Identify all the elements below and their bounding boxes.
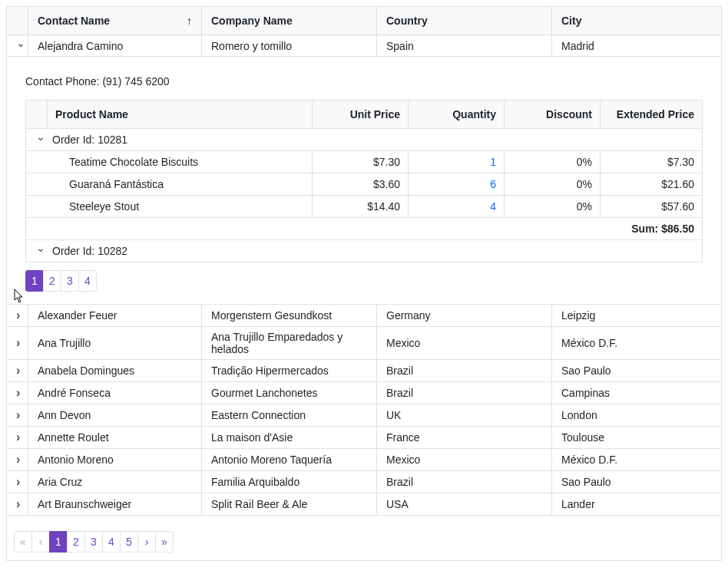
cell-city: Sao Paulo bbox=[552, 471, 721, 493]
cell-city: Lander bbox=[552, 493, 721, 515]
cell-city: México D.F. bbox=[552, 327, 721, 359]
cell-city: México D.F. bbox=[552, 449, 721, 470]
cell-contact: Ana Trujillo bbox=[28, 327, 202, 359]
cell-contact: Annette Roulet bbox=[28, 427, 202, 448]
cell-country: France bbox=[377, 427, 552, 448]
cell-price: $7.30 bbox=[313, 151, 409, 173]
pager-page-button[interactable]: 5 bbox=[120, 531, 138, 553]
inner-data-row: Steeleye Stout$14.4040%$57.60 bbox=[26, 195, 702, 217]
chevron-right-icon bbox=[16, 475, 20, 489]
cell-country: Brazil bbox=[377, 471, 552, 493]
grid-header: Contact Name ↑ Company Name Country City bbox=[7, 6, 721, 35]
cell-city: Toulouse bbox=[552, 427, 721, 448]
pager-last-button[interactable]: » bbox=[155, 531, 174, 553]
pager-page-button[interactable]: 2 bbox=[67, 531, 85, 553]
group-expand-cell[interactable] bbox=[26, 245, 48, 257]
inner-header-price[interactable]: Unit Price bbox=[313, 101, 409, 128]
header-country[interactable]: Country bbox=[377, 7, 552, 35]
outer-pager-wrap: «‹12345›» bbox=[7, 515, 721, 560]
chevron-right-icon bbox=[16, 386, 20, 400]
order-group-label: Order Id: 10282 bbox=[48, 245, 127, 257]
header-company[interactable]: Company Name bbox=[202, 7, 377, 35]
cell-city: Campinas bbox=[552, 382, 721, 404]
cell-company: Split Rail Beer & Ale bbox=[202, 493, 377, 515]
expand-cell[interactable] bbox=[7, 427, 28, 448]
cell-product: Guaraná Fantástica bbox=[48, 173, 313, 195]
cell-country: Germany bbox=[377, 305, 552, 326]
cell-ext: $21.60 bbox=[601, 173, 702, 195]
inner-header-disc[interactable]: Discount bbox=[505, 101, 601, 128]
cell-company: Morgenstern Gesundkost bbox=[202, 305, 377, 326]
chevron-right-icon bbox=[16, 430, 20, 444]
table-row: Ana TrujilloAna Trujillo Emparedados y h… bbox=[7, 326, 721, 359]
cell-company: Gourmet Lanchonetes bbox=[202, 382, 377, 404]
inner-grid: Product Name Unit Price Quantity Discoun… bbox=[25, 100, 703, 262]
cell-product: Teatime Chocolate Biscuits bbox=[48, 151, 313, 173]
chevron-right-icon bbox=[16, 364, 20, 378]
pager-page-button[interactable]: 4 bbox=[102, 531, 121, 553]
expand-cell[interactable] bbox=[7, 404, 28, 426]
header-city-label: City bbox=[561, 15, 581, 27]
cell-ext: $57.60 bbox=[601, 196, 702, 217]
group-expand-cell[interactable] bbox=[26, 134, 48, 146]
cell-country: UK bbox=[377, 404, 552, 426]
inner-data-row: Teatime Chocolate Biscuits$7.3010%$7.30 bbox=[26, 150, 702, 173]
chevron-down-icon bbox=[36, 134, 45, 146]
indent-cell bbox=[26, 151, 48, 173]
header-contact[interactable]: Contact Name ↑ bbox=[28, 7, 202, 35]
order-group-label: Order Id: 10281 bbox=[48, 134, 127, 146]
cell-contact: Anabela Domingues bbox=[28, 360, 202, 381]
pager-page-button[interactable]: 3 bbox=[84, 531, 103, 553]
inner-header-product[interactable]: Product Name bbox=[48, 101, 313, 128]
sort-ascending-icon: ↑ bbox=[187, 15, 192, 27]
inner-header-qty[interactable]: Quantity bbox=[409, 101, 505, 128]
expand-cell[interactable] bbox=[7, 493, 28, 515]
table-row: Antonio MorenoAntonio Moreno TaqueríaMex… bbox=[7, 448, 721, 470]
header-city[interactable]: City bbox=[552, 7, 721, 35]
chevron-right-icon bbox=[16, 308, 20, 322]
table-row-expanded: Alejandra Camino Romero y tomillo Spain … bbox=[7, 35, 721, 56]
expand-cell[interactable] bbox=[7, 382, 28, 404]
order-group-row[interactable]: Order Id: 10281 bbox=[26, 128, 702, 150]
inner-header-ext[interactable]: Extended Price bbox=[601, 101, 702, 128]
cell-product: Steeleye Stout bbox=[48, 196, 313, 217]
cell-qty: 1 bbox=[409, 151, 505, 173]
table-row: Alexander FeuerMorgenstern GesundkostGer… bbox=[7, 304, 721, 326]
main-grid: Contact Name ↑ Company Name Country City… bbox=[6, 6, 722, 561]
pager-page-button[interactable]: 4 bbox=[78, 270, 97, 292]
pager-page-button[interactable]: 3 bbox=[61, 270, 79, 292]
pager-first-button: « bbox=[14, 531, 32, 553]
table-row: Ann DevonEastern ConnectionUKLondon bbox=[7, 404, 721, 426]
cell-company: La maison d'Asie bbox=[202, 427, 377, 448]
pager-next-button[interactable]: › bbox=[137, 531, 156, 553]
header-country-label: Country bbox=[386, 15, 428, 27]
chevron-right-icon bbox=[16, 336, 20, 350]
cell-disc: 0% bbox=[505, 173, 601, 195]
pager-page-button[interactable]: 1 bbox=[25, 270, 44, 292]
cell-price: $3.60 bbox=[313, 173, 409, 195]
header-expand-col bbox=[7, 7, 28, 35]
cell-contact: Art Braunschweiger bbox=[28, 493, 202, 515]
cell-company: Eastern Connection bbox=[202, 404, 377, 426]
table-row: Aria CruzFamilia ArquibaldoBrazilSao Pau… bbox=[7, 470, 721, 493]
expand-cell[interactable] bbox=[7, 471, 28, 493]
cell-company: Familia Arquibaldo bbox=[202, 471, 377, 493]
expand-cell[interactable] bbox=[7, 35, 28, 56]
pager-page-button[interactable]: 2 bbox=[43, 270, 61, 292]
cell-country: Brazil bbox=[377, 382, 552, 404]
header-company-label: Company Name bbox=[211, 15, 293, 27]
expand-cell[interactable] bbox=[7, 327, 28, 359]
expand-cell[interactable] bbox=[7, 360, 28, 381]
order-group-row[interactable]: Order Id: 10282 bbox=[26, 239, 702, 262]
chevron-right-icon bbox=[16, 497, 20, 511]
expand-cell[interactable] bbox=[7, 305, 28, 326]
detail-panel: Contact Phone: (91) 745 6200 Product Nam… bbox=[7, 56, 721, 304]
cell-contact: André Fonseca bbox=[28, 382, 202, 404]
expand-cell[interactable] bbox=[7, 449, 28, 470]
table-row: Art BraunschweigerSplit Rail Beer & AleU… bbox=[7, 493, 721, 515]
cell-city: Sao Paulo bbox=[552, 360, 721, 381]
inner-data-row: Guaraná Fantástica$3.6060%$21.60 bbox=[26, 173, 702, 195]
cell-qty: 4 bbox=[409, 196, 505, 217]
pager-page-button[interactable]: 1 bbox=[49, 531, 68, 553]
cell-contact: Antonio Moreno bbox=[28, 449, 202, 470]
